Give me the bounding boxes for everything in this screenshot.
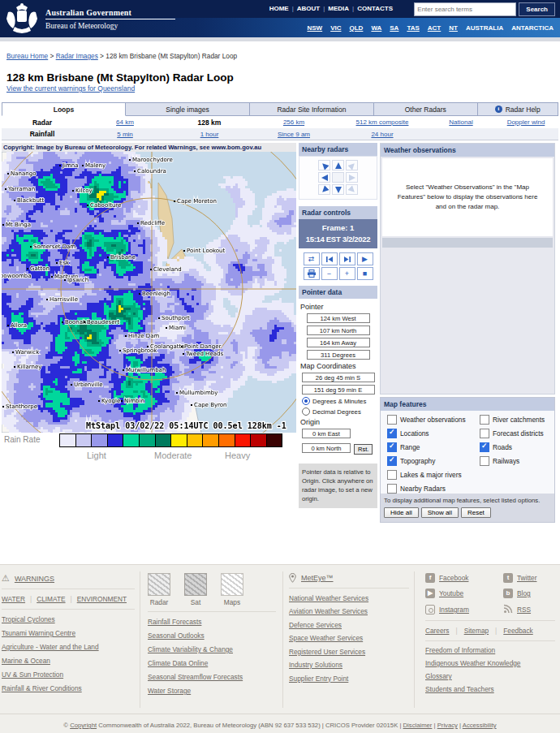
maps-thumbnail[interactable]: Maps (221, 573, 243, 606)
play-button[interactable]: ▶ (357, 252, 373, 265)
twitter-link[interactable]: tTwitter (503, 573, 555, 583)
footer-link-seasonal-streamflow[interactable]: Seasonal Streamflow Forecasts (148, 673, 276, 681)
footer-link-seasonal-outlooks[interactable]: Seasonal Outlooks (148, 632, 276, 640)
top-nav-contacts[interactable]: CONTACTS (357, 5, 393, 12)
feature-railways[interactable]: Railways (480, 454, 545, 468)
forecast-districts-checkbox[interactable] (480, 429, 489, 438)
radar-256km-link[interactable]: 256 km (283, 119, 304, 126)
nearby-radar-w-button[interactable] (318, 172, 330, 183)
sat-thumbnail[interactable]: Sat (184, 573, 207, 606)
feature-locations[interactable]: Locations (387, 426, 466, 440)
footer-link-supplier-entry-point[interactable]: Supplier Entry Point (289, 675, 409, 683)
footer-link-tsunami-warning-centre[interactable]: Tsunami Warning Centre (2, 629, 135, 637)
degrees-minutes-radio[interactable] (302, 397, 310, 405)
state-nav-vic[interactable]: VIC (330, 24, 341, 32)
feature-range[interactable]: Range (387, 440, 466, 454)
footer-water-link[interactable]: WATER (2, 595, 25, 603)
radar-doppler-wind-link[interactable]: Doppler wind (507, 119, 545, 126)
loop-button[interactable]: ⇄ (304, 252, 320, 265)
footer-link-climate-data-online[interactable]: Climate Data Online (148, 659, 276, 667)
footer-link-marine-ocean[interactable]: Marine & Ocean (2, 657, 135, 665)
feature-lakes-rivers[interactable]: Lakes & major rivers (387, 468, 466, 481)
rainfall-5min-link[interactable]: 5 min (117, 131, 133, 138)
nearby-radar-sw-button[interactable] (318, 184, 330, 195)
feedback-link[interactable]: Feedback (503, 627, 532, 635)
top-nav-about[interactable]: ABOUT (297, 5, 320, 12)
top-nav-media[interactable]: MEDIA (328, 5, 349, 12)
search-button[interactable]: Search (519, 2, 555, 16)
state-nav-qld[interactable]: QLD (350, 24, 364, 32)
footer-link-rainfall-river-conditions[interactable]: Rainfall & River Conditions (2, 684, 135, 692)
youtube-link[interactable]: ▶Youtube (425, 589, 503, 598)
tab-radar-site-information[interactable]: Radar Site Information (250, 102, 374, 116)
footer-climate-link[interactable]: CLIMATE (37, 595, 65, 603)
accessibility-link[interactable]: Accessibility (463, 722, 497, 729)
state-nav-nt[interactable]: NT (449, 24, 458, 32)
feature-forecast-districts[interactable]: Forecast districts (480, 426, 545, 440)
state-nav-wa[interactable]: WA (371, 24, 381, 32)
disclaimer-link[interactable]: Disclaimer (403, 722, 433, 729)
hide-all-button[interactable]: Hide all (384, 507, 419, 518)
search-input[interactable] (414, 2, 516, 16)
locations-checkbox[interactable] (387, 429, 397, 438)
state-nav-tas[interactable]: TAS (407, 24, 419, 32)
footer-link-national-weather-services[interactable]: National Weather Services (289, 594, 409, 602)
state-nav-sa[interactable]: SA (390, 24, 398, 32)
origin-reset-button[interactable]: Rst. (354, 444, 373, 455)
nearby-radar-nw-button[interactable] (318, 160, 330, 170)
rainfall-24hour-link[interactable]: 24 hour (371, 131, 393, 138)
decimal-degrees-option[interactable]: Decimal Degrees (302, 407, 377, 416)
footer-link-agriculture[interactable]: Agriculture - Water and the Land (2, 643, 135, 651)
breadcrumb-radar-images[interactable]: Radar Images (56, 52, 98, 60)
state-nav-antarctica[interactable]: ANTARCTICA (511, 24, 554, 32)
feature-nearby-radars[interactable]: Nearby Radars (387, 481, 466, 495)
lakes-rivers-checkbox[interactable] (387, 470, 397, 480)
nearby-radar-e-button[interactable] (346, 172, 358, 183)
footer-link-registered-user-services[interactable]: Registered User Services (289, 648, 409, 656)
radar-thumbnail[interactable]: Radar (148, 573, 170, 606)
radar-64km-link[interactable]: 64 km (116, 119, 134, 126)
footer-link-uv-sun-protection[interactable]: UV & Sun Protection (2, 670, 135, 679)
railways-checkbox[interactable] (480, 456, 489, 466)
weather-observations-checkbox[interactable] (387, 415, 397, 425)
state-nav-australia[interactable]: AUSTRALIA (466, 24, 503, 32)
breadcrumb-bureau-home[interactable]: Bureau Home (6, 52, 48, 60)
footer-link-glossary[interactable]: Glossary (425, 672, 555, 680)
current-warnings-link[interactable]: View the current warnings for Queensland (6, 84, 135, 93)
degrees-minutes-option[interactable]: Degrees & Minutes (302, 397, 377, 405)
rss-link[interactable]: RSS (503, 604, 555, 615)
sitemap-link[interactable]: Sitemap (464, 627, 489, 635)
footer-link-rainfall-forecasts[interactable]: Rainfall Forecasts (148, 618, 276, 626)
stop-button[interactable]: ■ (357, 267, 373, 280)
copyright-link[interactable]: Copyright (70, 722, 97, 729)
top-nav-home[interactable]: HOME (269, 5, 289, 12)
careers-link[interactable]: Careers (425, 627, 450, 635)
tab-radar-help[interactable]: iRadar Help (478, 102, 558, 116)
rainfall-1hour-link[interactable]: 1 hour (200, 131, 219, 138)
footer-environment-link[interactable]: ENVIRONMENT (77, 595, 127, 603)
footer-link-tropical-cyclones[interactable]: Tropical Cyclones (2, 615, 135, 623)
tab-loops[interactable]: Loops (2, 102, 126, 116)
feature-roads[interactable]: Roads (480, 440, 545, 454)
zoom-out-button[interactable]: − (321, 267, 338, 280)
nearby-radar-s-button[interactable] (332, 184, 344, 195)
footer-warnings-link[interactable]: WARNINGS (15, 575, 54, 583)
first-frame-button[interactable] (321, 252, 338, 265)
bom-logo[interactable]: Australian Government Bureau of Meteorol… (5, 2, 175, 35)
print-button[interactable] (304, 267, 320, 280)
topography-checkbox[interactable] (387, 456, 397, 466)
facebook-link[interactable]: fFacebook (425, 573, 503, 583)
footer-meteye-link[interactable]: MetEye™ (301, 574, 334, 582)
radar-national-link[interactable]: National (449, 119, 472, 126)
feature-river-catchments[interactable]: River catchments (480, 412, 545, 426)
footer-link-water-storage[interactable]: Water Storage (148, 687, 276, 695)
roads-checkbox[interactable] (480, 442, 489, 452)
instagram-link[interactable]: Instagram (425, 604, 503, 615)
footer-link-indigenous-weather-knowledge[interactable]: Indigenous Weather Knowledge (425, 659, 555, 667)
tab-single-images[interactable]: Single images (126, 102, 250, 116)
show-all-button[interactable]: Show all (421, 507, 459, 518)
range-checkbox[interactable] (387, 442, 397, 452)
state-nav-act[interactable]: ACT (428, 24, 441, 32)
tab-other-radars[interactable]: Other Radars (374, 102, 478, 116)
radar-512km-composite-link[interactable]: 512 km composite (356, 119, 409, 126)
